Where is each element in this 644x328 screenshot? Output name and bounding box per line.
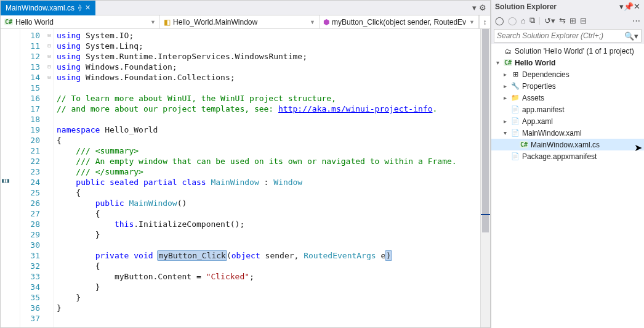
code-line[interactable]: private void myButton_Click(object sende… xyxy=(57,250,480,261)
expander-icon[interactable]: ▸ xyxy=(501,71,509,78)
line-number: 20 xyxy=(20,135,40,146)
code-line[interactable]: myButton.Content = "Clicked"; xyxy=(57,271,480,282)
code-line[interactable]: using Windows.Foundation.Collections; xyxy=(57,72,480,83)
search-icon[interactable]: 🔍▾ xyxy=(624,31,638,41)
fold-toggle[interactable]: ⊟ xyxy=(45,41,54,51)
code-line[interactable]: // and more about our project templates,… xyxy=(57,104,480,114)
code-line[interactable]: { xyxy=(57,135,480,146)
solution-tree[interactable]: ➤ 🗂Solution 'Hello World' (1 of 1 projec… xyxy=(491,44,644,328)
code-line[interactable]: { xyxy=(57,208,480,219)
switch-view-icon[interactable]: ⧉ xyxy=(529,15,535,25)
file-icon: 📄 xyxy=(510,152,520,160)
prop-icon: 🔧 xyxy=(510,82,520,90)
nav-project-dropdown[interactable]: C# Hello World ▼ xyxy=(1,15,160,28)
code-line[interactable] xyxy=(57,83,480,93)
tree-item-hello-world[interactable]: ▾C#Hello World xyxy=(491,57,644,68)
solution-explorer: Solution Explorer ▾ 📌 ✕ ◯ ◯ ⌂ ⧉ | ↺▾ ⇆ ⊞… xyxy=(491,0,644,328)
code-line[interactable]: this.InitializeComponent(); xyxy=(57,219,480,229)
tree-item-mainwindow-xaml[interactable]: ▾📄MainWindow.xaml xyxy=(491,127,644,139)
code-line[interactable] xyxy=(57,240,480,250)
fold-toggle[interactable]: ⊟ xyxy=(45,62,54,72)
gear-icon[interactable]: ⚙ xyxy=(479,3,486,12)
line-number: 17 xyxy=(20,104,40,114)
pending-changes-icon[interactable]: ↺▾ xyxy=(544,16,555,25)
line-number: 19 xyxy=(20,125,40,135)
code-line[interactable]: /// </summary> xyxy=(57,166,480,177)
sol-icon: 🗂 xyxy=(503,47,513,55)
code-line[interactable]: /// An empty window that can be used on … xyxy=(57,156,480,166)
tab-active[interactable]: MainWindow.xaml.cs ⟠ ✕ xyxy=(1,1,95,15)
tree-item-assets[interactable]: ▸📁Assets xyxy=(491,92,644,104)
tab-dropdown-icon[interactable]: ▾ xyxy=(472,3,477,12)
code-line[interactable]: } xyxy=(57,292,480,303)
nav-member-dropdown[interactable]: ⬢ myButton_Click(object sender, RoutedEv… xyxy=(320,15,479,28)
show-all-icon[interactable]: ⊞ xyxy=(570,16,576,25)
line-number: 25 xyxy=(20,187,40,198)
fold-toggle[interactable]: ⊟ xyxy=(45,51,54,62)
home-icon[interactable]: ⌂ xyxy=(521,16,526,25)
tree-item-dependencies[interactable]: ▸⊞Dependencies xyxy=(491,68,644,80)
solution-search-input[interactable] xyxy=(497,31,624,40)
code-line[interactable]: } xyxy=(57,303,480,313)
code-line[interactable]: public MainWindow() xyxy=(57,198,480,208)
code-line[interactable]: { xyxy=(57,261,480,271)
forward-icon[interactable]: ◯ xyxy=(508,16,517,25)
fold-margin[interactable]: ⊟⊟⊟⊟⊟ xyxy=(45,29,54,327)
line-number: 23 xyxy=(20,166,40,177)
pin-icon[interactable]: ⟠ xyxy=(78,4,81,12)
collapse-icon[interactable]: ⊟ xyxy=(580,16,587,25)
scroll-thumb[interactable] xyxy=(482,29,489,232)
method-icon: ⬢ xyxy=(323,18,329,27)
line-number: 32 xyxy=(20,261,40,271)
expander-icon[interactable]: ▸ xyxy=(501,94,509,101)
code-line[interactable] xyxy=(57,114,480,125)
expander-icon[interactable]: ▸ xyxy=(501,83,509,89)
expander-icon[interactable]: ▾ xyxy=(501,129,509,136)
code-editor[interactable]: ◧◨ 1011121314151617181920212223242526272… xyxy=(1,29,490,327)
code-line[interactable]: // To learn more about WinUI, the WinUI … xyxy=(57,93,480,104)
tree-item-app-manifest[interactable]: 📄app.manifest xyxy=(491,104,644,115)
bookmark-icon[interactable]: ◧◨ xyxy=(2,177,9,184)
code-line[interactable]: using System.IO; xyxy=(57,30,480,41)
more-icon[interactable]: ⋯ xyxy=(632,16,640,25)
code-line[interactable] xyxy=(57,313,480,324)
code-text[interactable]: using System.IO;using System.Linq;using … xyxy=(54,29,480,327)
split-view-button[interactable]: ↕ xyxy=(479,15,490,28)
tree-item-mainwindow-xaml-cs[interactable]: C#MainWindow.xaml.cs xyxy=(491,139,644,150)
expander-icon[interactable]: ▸ xyxy=(501,118,509,125)
fold-toggle[interactable]: ⊟ xyxy=(45,30,54,41)
cs-icon: C# xyxy=(519,141,529,148)
code-line[interactable]: namespace Hello_World xyxy=(57,125,480,135)
chevron-down-icon: ▼ xyxy=(310,19,315,25)
fold-toggle[interactable]: ⊟ xyxy=(45,72,54,83)
code-line[interactable]: { xyxy=(57,187,480,198)
close-icon[interactable]: ✕ xyxy=(85,4,91,12)
dropdown-icon[interactable]: ▾ xyxy=(619,2,624,11)
close-icon[interactable]: ✕ xyxy=(634,2,640,11)
pin-icon[interactable]: 📌 xyxy=(624,2,634,11)
tree-item-package-appxmanifest[interactable]: 📄Package.appxmanifest xyxy=(491,150,644,162)
code-line[interactable]: using Windows.Foundation; xyxy=(57,62,480,72)
split-icon: ↕ xyxy=(483,18,487,27)
code-line[interactable]: /// <summary> xyxy=(57,146,480,156)
solution-search[interactable]: 🔍▾ xyxy=(494,29,642,43)
tree-item-app-xaml[interactable]: ▸📄App.xaml xyxy=(491,115,644,127)
expander-icon[interactable]: ▾ xyxy=(494,59,501,66)
code-line[interactable]: } xyxy=(57,229,480,240)
code-line[interactable]: using System.Runtime.InteropServices.Win… xyxy=(57,51,480,62)
chevron-down-icon: ▼ xyxy=(150,19,156,25)
vertical-scrollbar[interactable] xyxy=(480,29,490,327)
back-icon[interactable]: ◯ xyxy=(495,16,504,25)
tree-item-label: MainWindow.xaml xyxy=(522,129,582,137)
code-line[interactable]: using System.Linq; xyxy=(57,41,480,51)
code-line[interactable]: } xyxy=(57,282,480,292)
nav-class-dropdown[interactable]: ◧ Hello_World.MainWindow ▼ xyxy=(160,15,320,28)
line-number: 13 xyxy=(20,62,40,72)
solution-explorer-title-bar[interactable]: Solution Explorer ▾ 📌 ✕ xyxy=(491,0,644,13)
sync-icon[interactable]: ⇆ xyxy=(559,16,566,25)
tree-item-properties[interactable]: ▸🔧Properties xyxy=(491,80,644,92)
code-line[interactable]: public sealed partial class MainWindow :… xyxy=(57,177,480,187)
tree-item-solution-hello-world-1-of-1-project[interactable]: 🗂Solution 'Hello World' (1 of 1 project) xyxy=(491,45,644,57)
solution-toolbar: ◯ ◯ ⌂ ⧉ | ↺▾ ⇆ ⊞ ⊟ ⋯ xyxy=(491,13,644,28)
line-number: 29 xyxy=(20,229,40,240)
